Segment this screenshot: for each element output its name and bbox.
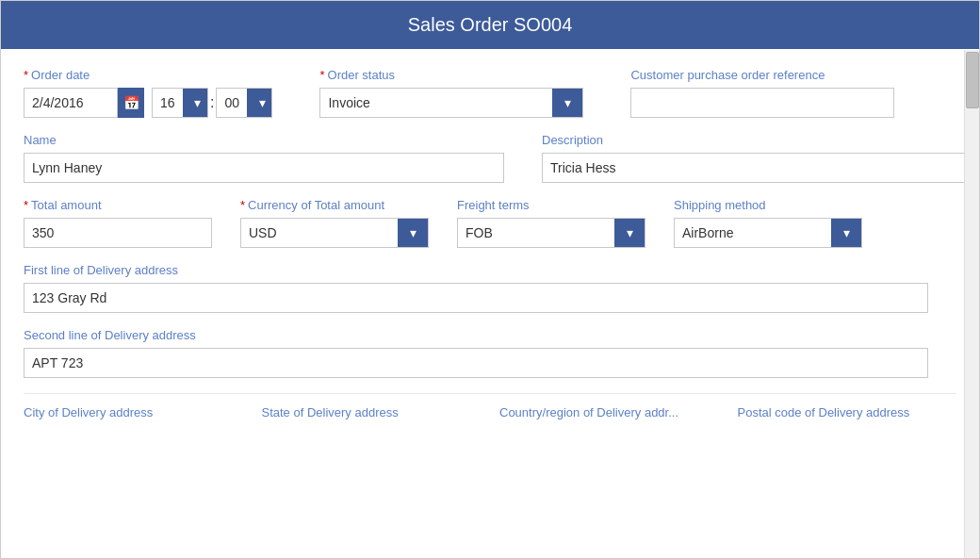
- title-bar: Sales Order SO004: [1, 1, 979, 49]
- postal-label: Postal code of Delivery address: [738, 405, 957, 419]
- shipping-method-chevron-icon: ▾: [843, 226, 850, 239]
- currency-value: USD: [241, 220, 398, 246]
- required-star-2: *: [319, 68, 324, 82]
- row-address1: First line of Delivery address: [24, 263, 956, 313]
- total-amount-label: *Total amount: [24, 198, 212, 212]
- city-label: City of Delivery address: [24, 405, 243, 419]
- order-status-chevron-icon: ▾: [564, 96, 571, 109]
- freight-terms-value: FOB: [458, 220, 614, 246]
- required-star-3: *: [24, 198, 28, 212]
- hour-chevron-button[interactable]: ▾: [183, 88, 208, 118]
- min-select-wrapper: 00 ▾: [216, 88, 272, 118]
- min-chevron-icon: ▾: [259, 96, 266, 109]
- time-group: 16 ▾ : 00 ▾: [152, 88, 272, 118]
- required-star: *: [24, 68, 28, 82]
- hour-chevron-icon: ▾: [194, 96, 201, 109]
- currency-group: *Currency of Total amount USD ▾: [240, 198, 429, 248]
- required-star-4: *: [240, 198, 245, 212]
- currency-label: *Currency of Total amount: [240, 198, 429, 212]
- order-status-value: Invoice: [320, 90, 552, 116]
- order-date-label: *Order date: [24, 68, 272, 82]
- hour-select-wrapper: 16 ▾: [152, 88, 208, 118]
- main-window: Sales Order SO004 *Order date 📅 16: [0, 0, 980, 559]
- total-amount-input[interactable]: [24, 218, 212, 248]
- scrollbar-track[interactable]: [964, 50, 979, 558]
- description-group: Description: [542, 133, 979, 183]
- freight-terms-chevron-icon: ▾: [627, 226, 633, 239]
- order-status-select[interactable]: Invoice ▾: [319, 88, 583, 118]
- cpo-ref-input[interactable]: [630, 88, 894, 118]
- delivery-address1-input[interactable]: [24, 283, 928, 313]
- delivery-address1-label: First line of Delivery address: [24, 263, 178, 277]
- row-name-desc: Name Description: [24, 133, 956, 183]
- currency-chevron-icon: ▾: [410, 226, 416, 239]
- shipping-method-value: AirBorne: [675, 220, 831, 246]
- name-input[interactable]: [24, 153, 504, 183]
- scrollbar-thumb[interactable]: [966, 52, 979, 108]
- time-separator: :: [208, 94, 216, 111]
- freight-terms-select[interactable]: FOB ▾: [457, 218, 645, 248]
- name-group: Name: [24, 133, 504, 183]
- freight-terms-group: Freight terms FOB ▾: [457, 198, 645, 248]
- row-address2: Second line of Delivery address: [24, 328, 956, 378]
- hour-value: 16: [153, 90, 183, 116]
- order-status-chevron-button[interactable]: ▾: [552, 88, 582, 118]
- row-city-state-country-postal: City of Delivery address State of Delive…: [24, 393, 956, 419]
- calendar-icon: 📅: [123, 95, 139, 110]
- total-amount-group: *Total amount: [24, 198, 212, 248]
- shipping-method-label: Shipping method: [674, 198, 862, 212]
- freight-terms-label: Freight terms: [457, 198, 645, 212]
- description-label: Description: [542, 133, 979, 147]
- freight-terms-chevron-button[interactable]: ▾: [614, 218, 645, 248]
- country-label: Country/region of Delivery addr...: [499, 405, 719, 419]
- shipping-method-select[interactable]: AirBorne ▾: [674, 218, 862, 248]
- row-order-date-status: *Order date 📅 16 ▾ :: [24, 68, 956, 118]
- delivery-address2-input[interactable]: [24, 348, 928, 378]
- page-title: Sales Order SO004: [408, 14, 573, 35]
- currency-select[interactable]: USD ▾: [240, 218, 429, 248]
- state-label: State of Delivery address: [262, 405, 482, 419]
- shipping-method-group: Shipping method AirBorne ▾: [674, 198, 862, 248]
- description-input[interactable]: [542, 153, 979, 183]
- shipping-method-chevron-button[interactable]: ▾: [831, 218, 861, 248]
- delivery-address2-label: Second line of Delivery address: [24, 328, 196, 342]
- order-date-group: *Order date 📅 16 ▾ :: [24, 68, 272, 118]
- order-date-input[interactable]: [24, 88, 118, 118]
- cpo-ref-label: Customer purchase order reference: [630, 68, 894, 82]
- calendar-button[interactable]: 📅: [118, 88, 144, 118]
- order-status-group: *Order status Invoice ▾: [319, 68, 583, 118]
- name-label: Name: [24, 133, 504, 147]
- currency-chevron-button[interactable]: ▾: [398, 218, 428, 248]
- date-input-group: 📅 16 ▾ : 00 ▾: [24, 88, 272, 118]
- row-total-shipping: *Total amount *Currency of Total amount …: [24, 198, 956, 248]
- form-content: *Order date 📅 16 ▾ :: [1, 49, 979, 558]
- order-status-label: *Order status: [319, 68, 583, 82]
- cpo-ref-group: Customer purchase order reference: [630, 68, 894, 118]
- min-value: 00: [217, 90, 247, 116]
- min-chevron-button[interactable]: ▾: [247, 88, 272, 118]
